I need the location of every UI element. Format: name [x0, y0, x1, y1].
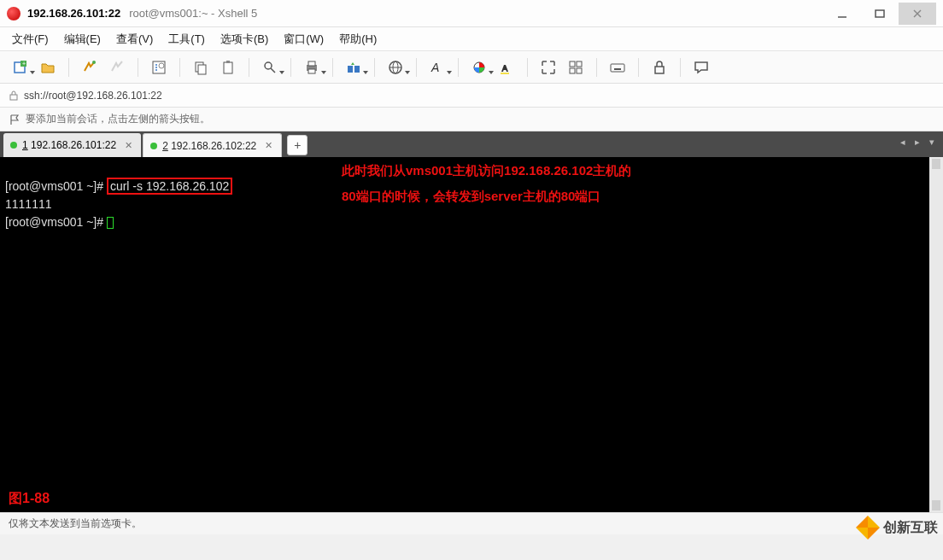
status-text: 仅将文本发送到当前选项卡。: [9, 516, 142, 531]
menubar: 文件(F) 编辑(E) 查看(V) 工具(T) 选项卡(B) 窗口(W) 帮助(…: [0, 27, 943, 51]
annotation-line-2: 80端口的时候，会转发到server主机的80端口: [342, 188, 600, 205]
svg-rect-22: [354, 66, 360, 73]
disconnect-button[interactable]: [107, 57, 127, 78]
svg-rect-1: [876, 10, 884, 17]
svg-point-16: [265, 62, 272, 69]
svg-rect-13: [198, 65, 206, 74]
prompt: [root@vms001 ~]#: [5, 179, 107, 193]
fullscreen-button[interactable]: [538, 57, 559, 78]
tab-2-label: 2 192.168.26.102:22: [162, 140, 256, 152]
highlight-button[interactable]: [496, 57, 517, 78]
tab-1-label: 1 192.168.26.101:22: [22, 139, 116, 151]
tab-strip: 1 192.168.26.101:22 ✕ 2 192.168.26.102:2…: [0, 131, 943, 157]
color-button[interactable]: [469, 57, 489, 78]
tab-1[interactable]: 1 192.168.26.101:22 ✕: [3, 133, 141, 157]
find-button[interactable]: [260, 57, 280, 78]
tab-close-icon[interactable]: ✕: [265, 140, 272, 151]
menu-file[interactable]: 文件(F): [12, 32, 49, 47]
svg-rect-31: [570, 68, 575, 73]
paste-button[interactable]: [218, 57, 238, 78]
keyboard-button[interactable]: [607, 57, 628, 78]
svg-rect-33: [611, 64, 624, 72]
svg-rect-28: [501, 73, 509, 74]
tile-button[interactable]: [565, 57, 586, 78]
window-title: 192.168.26.101:22: [27, 7, 120, 20]
svg-rect-19: [308, 61, 315, 66]
svg-rect-15: [226, 61, 230, 63]
svg-rect-40: [10, 95, 17, 100]
window-subtitle: root@vms001:~ - Xshell 5: [129, 7, 257, 20]
terminal[interactable]: [root@vms001 ~]# curl -s 192.168.26.102 …: [0, 157, 943, 512]
minimize-button[interactable]: [823, 3, 861, 25]
transfer-button[interactable]: [343, 57, 364, 78]
prompt: [root@vms001 ~]#: [5, 215, 107, 229]
toolbar: + A: [0, 51, 943, 84]
window-controls: [823, 3, 936, 25]
address-bar[interactable]: ssh://root@192.168.26.101:22: [0, 84, 943, 108]
command-highlight: curl -s 192.168.26.102: [107, 178, 232, 195]
cursor: [107, 217, 114, 229]
svg-text:A: A: [430, 61, 439, 74]
add-tab-button[interactable]: +: [287, 135, 308, 155]
svg-point-9: [155, 64, 157, 66]
close-button[interactable]: [899, 3, 936, 25]
terminal-output: 1111111: [5, 197, 52, 211]
watermark-text: 创新互联: [883, 519, 938, 537]
scrollbar[interactable]: [929, 157, 943, 512]
status-bar: 仅将文本发送到当前选项卡。: [0, 512, 943, 534]
menu-window[interactable]: 窗口(W): [284, 32, 324, 47]
lock-button[interactable]: [649, 57, 670, 78]
menu-tools[interactable]: 工具(T): [168, 32, 205, 47]
hint-text: 要添加当前会话，点击左侧的箭头按钮。: [26, 112, 210, 126]
app-icon: [7, 7, 20, 20]
address-text: ssh://root@192.168.26.101:22: [24, 90, 162, 102]
tab-close-icon[interactable]: ✕: [125, 140, 132, 151]
svg-point-10: [155, 67, 157, 68]
chat-button[interactable]: [691, 57, 712, 78]
flag-icon: [9, 114, 20, 125]
print-button[interactable]: [302, 57, 322, 78]
titlebar: 192.168.26.101:22 root@vms001:~ - Xshell…: [0, 0, 943, 27]
svg-line-17: [271, 68, 275, 73]
menu-help[interactable]: 帮助(H): [339, 32, 377, 47]
status-dot-icon: [10, 142, 17, 149]
svg-rect-30: [577, 61, 582, 67]
svg-rect-29: [570, 61, 575, 67]
svg-rect-21: [348, 66, 353, 73]
svg-point-11: [155, 69, 157, 71]
svg-rect-14: [224, 62, 232, 73]
menu-view[interactable]: 查看(V): [116, 32, 153, 47]
properties-button[interactable]: [149, 57, 169, 78]
svg-point-7: [92, 61, 96, 64]
status-dot-icon: [150, 143, 157, 149]
annotation-line-1: 此时我们从vms001主机访问192.168.26.102主机的: [342, 162, 631, 179]
language-button[interactable]: [385, 57, 406, 78]
copy-button[interactable]: [190, 57, 211, 78]
svg-text:+: +: [22, 61, 26, 67]
maximize-button[interactable]: [861, 3, 899, 25]
svg-rect-20: [308, 69, 315, 73]
reconnect-button[interactable]: [79, 57, 100, 78]
lock-icon: [9, 90, 19, 101]
hint-bar: 要添加当前会话，点击左侧的箭头按钮。: [0, 108, 943, 131]
watermark-logo-icon: [856, 516, 880, 540]
watermark: 创新互联: [856, 516, 938, 540]
menu-tabs[interactable]: 选项卡(B): [220, 32, 268, 47]
new-session-button[interactable]: +: [10, 57, 31, 78]
open-button[interactable]: [38, 57, 58, 78]
tab-2[interactable]: 2 192.168.26.102:22 ✕: [143, 133, 282, 157]
font-button[interactable]: A: [427, 57, 448, 78]
svg-rect-39: [655, 67, 664, 73]
tab-nav-arrows[interactable]: ◂ ▸ ▾: [900, 137, 938, 148]
figure-label: 图1-88: [9, 490, 50, 507]
svg-rect-32: [577, 68, 582, 73]
menu-edit[interactable]: 编辑(E): [64, 32, 101, 47]
